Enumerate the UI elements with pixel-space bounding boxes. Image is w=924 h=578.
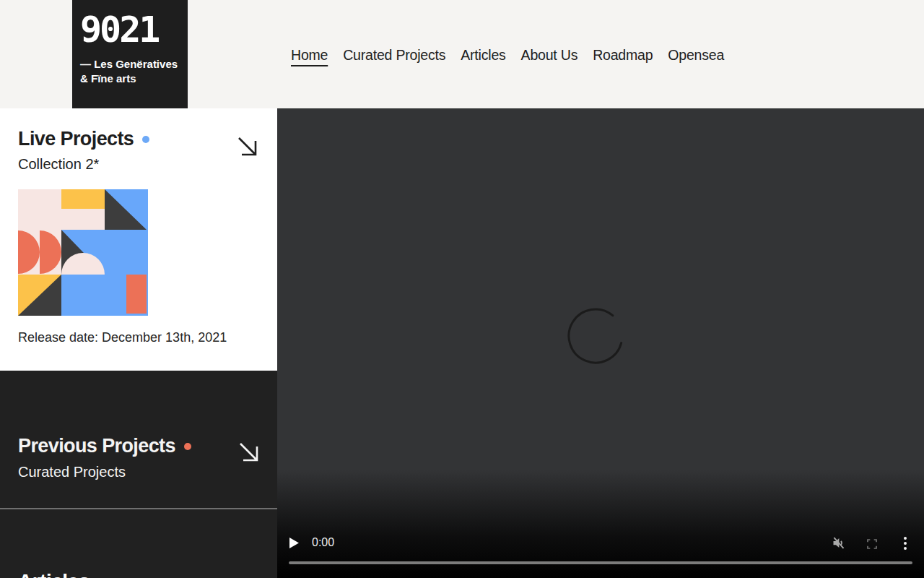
site-header: 9021 — Les Genëratives & Fïne arts Home … xyxy=(0,0,924,108)
release-date-text: Release date: December 13th, 2021 xyxy=(18,330,227,345)
main-content: Live Projects Collection 2* xyxy=(0,108,924,578)
nav-item-about-us[interactable]: About Us xyxy=(521,47,578,64)
logo-tagline: — Les Genëratives & Fïne arts xyxy=(80,57,180,86)
nav-item-opensea[interactable]: Opensea xyxy=(668,47,724,64)
loading-spinner-icon xyxy=(567,307,624,365)
previous-indicator-dot xyxy=(184,443,191,450)
logo-title: 9021 xyxy=(80,12,180,48)
nav-item-curated-projects[interactable]: Curated Projects xyxy=(343,47,445,64)
live-projects-header: Live Projects xyxy=(18,128,149,150)
logo-tagline-line1: — Les Genëratives xyxy=(80,57,180,72)
sound-wave xyxy=(841,541,842,545)
nav-item-home[interactable]: Home xyxy=(291,47,328,64)
articles-section-title: Articles xyxy=(18,570,90,578)
overflow-menu-button[interactable] xyxy=(903,536,907,551)
arrow-stroke xyxy=(239,138,256,155)
previous-projects-header: Previous Projects xyxy=(18,435,191,457)
play-icon xyxy=(289,538,299,548)
art-yellow-block xyxy=(61,189,105,209)
muted-volume-button[interactable] xyxy=(831,535,846,551)
live-indicator-dot-shape xyxy=(142,136,149,143)
live-projects-subtitle: Collection 2* xyxy=(18,156,99,173)
main-nav: Home Curated Projects Articles About Us … xyxy=(291,0,724,108)
arrow-stroke xyxy=(240,444,257,460)
previous-projects-subtitle: Curated Projects xyxy=(18,464,126,480)
spinner-arc xyxy=(569,309,622,363)
live-projects-card: Live Projects Collection 2* xyxy=(0,108,277,371)
previous-indicator-dot-shape xyxy=(184,443,191,450)
site-logo[interactable]: 9021 — Les Genëratives & Fïne arts xyxy=(72,0,188,108)
logo-tagline-line2: & Fïne arts xyxy=(80,72,180,86)
video-progress-bar[interactable] xyxy=(289,561,912,564)
fullscreen-button[interactable] xyxy=(866,538,878,550)
fullscreen-icon xyxy=(868,540,876,548)
video-player[interactable]: 0:00 xyxy=(277,108,924,578)
live-projects-arrow-icon[interactable] xyxy=(237,136,258,158)
kebab-dot xyxy=(904,542,907,545)
previous-projects-card: Previous Projects Curated Projects xyxy=(0,371,277,508)
nav-item-roadmap[interactable]: Roadmap xyxy=(593,47,653,64)
video-current-time: 0:00 xyxy=(312,536,334,549)
previous-projects-arrow-icon[interactable] xyxy=(238,441,260,463)
collection-artwork-thumbnail[interactable] xyxy=(18,189,148,316)
kebab-dot xyxy=(904,537,907,540)
articles-card: Articles xyxy=(0,508,277,578)
nav-item-articles[interactable]: Articles xyxy=(461,47,505,64)
live-indicator-dot xyxy=(142,136,149,143)
art-salmon-block xyxy=(126,275,147,314)
sidebar: Live Projects Collection 2* xyxy=(0,108,277,578)
kebab-dot xyxy=(904,547,907,550)
art-blue-block xyxy=(105,230,148,275)
play-button[interactable] xyxy=(289,538,299,548)
live-projects-title: Live Projects xyxy=(18,128,134,150)
previous-projects-title: Previous Projects xyxy=(18,435,175,457)
